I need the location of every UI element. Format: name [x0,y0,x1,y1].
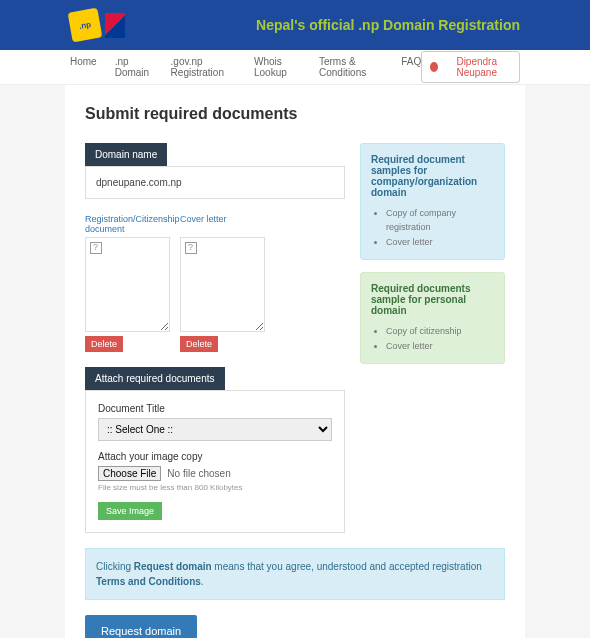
list-item: Copy of citizenship [386,324,494,338]
document-title-select[interactable]: :: Select One :: [98,418,332,441]
save-image-button[interactable]: Save Image [98,502,162,520]
list-item: Copy of company registration [386,206,494,235]
list-item: Cover letter [386,235,494,249]
terms-link[interactable]: Terms and Conditions [96,576,201,587]
file-input-row: Choose File No file chosen [98,466,332,481]
delete-button[interactable]: Delete [85,336,123,352]
right-column: Required document samples for company/or… [360,143,505,533]
user-icon [430,62,438,72]
personal-samples-panel: Required documents sample for personal d… [360,272,505,364]
company-samples-panel: Required document samples for company/or… [360,143,505,260]
user-name: Dipendra Neupane [442,56,511,78]
left-column: Domain name dpneupane.com.np Registratio… [85,143,345,533]
logo-icon: .np [68,8,103,43]
nav-links: Home .np Domain .gov.np Registration Who… [70,56,421,78]
user-menu-button[interactable]: Dipendra Neupane [421,51,520,83]
request-domain-button[interactable]: Request domain [85,615,197,638]
attach-section: Attach required documents Document Title… [85,367,345,533]
agree-bold: Request domain [134,561,212,572]
upload-label: Attach your image copy [98,451,332,462]
delete-button[interactable]: Delete [180,336,218,352]
doc-title: Cover letter [180,214,265,234]
doc-preview[interactable] [85,237,170,332]
file-size-hint: File size must be less than 800 Kilobyte… [98,483,332,492]
page-title: Submit required documents [85,105,505,123]
header-title: Nepal's official .np Domain Registration [256,17,520,33]
domain-name-header: Domain name [85,143,167,166]
doc-preview[interactable] [180,237,265,332]
uploaded-documents-row: Registration/Citizenship document Delete… [85,214,345,352]
doc-card-registration: Registration/Citizenship document Delete [85,214,170,352]
nav-np-domain[interactable]: .np Domain [115,56,153,78]
nav-terms[interactable]: Terms & Conditions [319,56,383,78]
broken-image-icon [185,242,197,254]
main-container: Submit required documents Domain name dp… [65,85,525,638]
header: .np Nepal's official .np Domain Registra… [0,0,590,50]
navbar: Home .np Domain .gov.np Registration Who… [0,50,590,85]
broken-image-icon [90,242,102,254]
doc-title: Registration/Citizenship document [85,214,170,234]
attach-header: Attach required documents [85,367,225,390]
logo-area: .np [70,10,125,40]
doc-card-cover-letter: Cover letter Delete [180,214,265,352]
nav-gov-np[interactable]: .gov.np Registration [171,56,236,78]
nav-home[interactable]: Home [70,56,97,78]
attach-form: Document Title :: Select One :: Attach y… [85,390,345,533]
flag-icon [105,13,125,38]
choose-file-button[interactable]: Choose File [98,466,161,481]
nav-faq[interactable]: FAQ [401,56,421,78]
panel-title: Required document samples for company/or… [371,154,494,198]
file-status: No file chosen [167,468,230,479]
domain-name-value: dpneupane.com.np [85,166,345,199]
list-item: Cover letter [386,339,494,353]
document-title-label: Document Title [98,403,332,414]
panel-title: Required documents sample for personal d… [371,283,494,316]
agreement-notice: Clicking Request domain means that you a… [85,548,505,600]
nav-whois[interactable]: Whois Lookup [254,56,301,78]
